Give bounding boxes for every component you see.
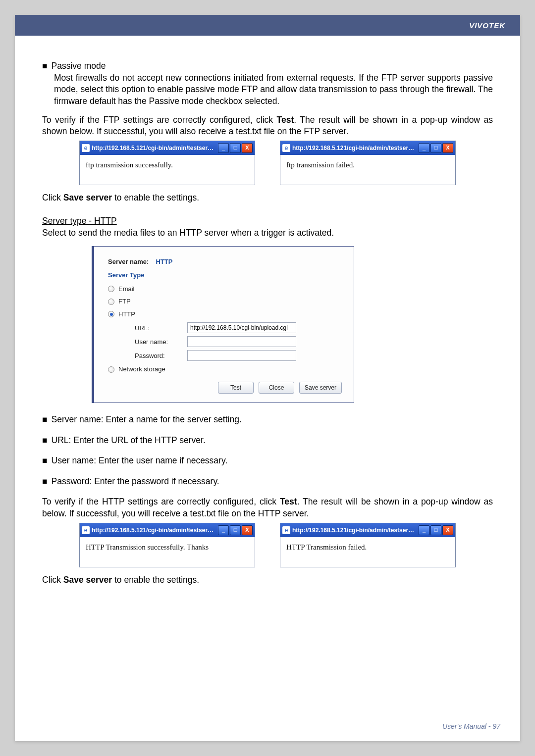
close-icon[interactable]: X xyxy=(442,525,453,535)
radio-ftp[interactable]: FTP xyxy=(108,297,342,306)
ftp-fail-message: ftp transmission failed. xyxy=(280,155,455,185)
radio-http[interactable]: HTTP xyxy=(108,310,342,319)
radio-icon xyxy=(108,311,114,317)
ie-icon: e xyxy=(282,526,290,534)
ie-icon: e xyxy=(282,144,290,152)
save-server-line-1: Click Save server to enable the settings… xyxy=(42,192,493,204)
minimize-icon[interactable]: _ xyxy=(419,525,429,535)
username-input[interactable] xyxy=(187,336,296,347)
ftp-fail-popup: e http://192.168.5.121/cgi-bin/admin/tes… xyxy=(280,141,456,185)
close-button[interactable]: Close xyxy=(259,382,294,394)
passive-mode-body: Most firewalls do not accept new connect… xyxy=(54,72,493,107)
bullet-username: ■ User name: Enter the user name if nece… xyxy=(42,455,493,467)
popup-title: http://192.168.5.121/cgi-bin/admin/tests… xyxy=(292,144,417,152)
http-success-message: HTTP Transmission successfully. Thanks xyxy=(80,537,255,567)
url-input[interactable] xyxy=(187,322,296,333)
header-band: VIVOTEK xyxy=(15,15,520,36)
popup-title: http://192.168.5.121/cgi-bin/admin/tests… xyxy=(292,526,417,534)
footer: User's Manual - 97 xyxy=(442,722,500,730)
radio-label-network-storage: Network storage xyxy=(118,365,165,374)
server-type-heading: Server Type xyxy=(108,271,342,280)
http-section-title: Server type - HTTP xyxy=(42,215,493,227)
passive-mode-title: Passive mode xyxy=(52,61,106,71)
popup-title: http://192.168.5.121/cgi-bin/admin/tests… xyxy=(92,144,216,152)
radio-email[interactable]: Email xyxy=(108,285,342,294)
ftp-success-message: ftp transmission successfully. xyxy=(80,155,255,185)
popup-title: http://192.168.5.121/cgi-bin/admin/tests… xyxy=(92,526,216,534)
minimize-icon[interactable]: _ xyxy=(419,143,429,153)
popup-titlebar: e http://192.168.5.121/cgi-bin/admin/tes… xyxy=(80,141,255,155)
popup-titlebar: e http://192.168.5.121/cgi-bin/admin/tes… xyxy=(80,523,255,537)
http-verify-paragraph: To verify if the HTTP settings are corre… xyxy=(42,496,493,519)
maximize-icon[interactable]: □ xyxy=(430,143,441,153)
server-name-label: Server name: xyxy=(108,257,149,266)
popup-titlebar: e http://192.168.5.121/cgi-bin/admin/tes… xyxy=(280,141,455,155)
radio-network-storage[interactable]: Network storage xyxy=(108,365,342,374)
bullet-url: ■ URL: Enter the URL of the HTTP server. xyxy=(42,435,493,447)
close-icon[interactable]: X xyxy=(442,143,453,153)
ftp-success-popup: e http://192.168.5.121/cgi-bin/admin/tes… xyxy=(79,141,255,185)
bullet-password: ■ Password: Enter the password if necess… xyxy=(42,476,493,488)
http-fail-popup: e http://192.168.5.121/cgi-bin/admin/tes… xyxy=(280,523,456,567)
bullet-icon: ■ xyxy=(42,455,48,467)
ftp-verify-paragraph: To verify if the FTP settings are correc… xyxy=(42,114,493,138)
ie-icon: e xyxy=(82,526,90,534)
url-label: URL: xyxy=(108,324,187,333)
maximize-icon[interactable]: □ xyxy=(230,143,241,153)
radio-label-ftp: FTP xyxy=(118,297,131,306)
minimize-icon[interactable]: _ xyxy=(218,525,229,535)
passive-mode-bullet: ■ Passive mode xyxy=(42,60,493,72)
http-success-popup: e http://192.168.5.121/cgi-bin/admin/tes… xyxy=(79,523,255,567)
minimize-icon[interactable]: _ xyxy=(218,143,229,153)
http-fail-message: HTTP Transmission failed. xyxy=(280,537,455,567)
bullet-icon: ■ xyxy=(42,60,48,72)
maximize-icon[interactable]: □ xyxy=(230,525,241,535)
radio-icon xyxy=(108,299,114,305)
username-label: User name: xyxy=(108,338,187,347)
save-server-button[interactable]: Save server xyxy=(299,382,342,394)
radio-icon xyxy=(108,366,114,373)
bullet-icon: ■ xyxy=(42,476,48,488)
brand-logo: VIVOTEK xyxy=(469,21,505,30)
radio-label-http: HTTP xyxy=(118,310,135,319)
bullet-icon: ■ xyxy=(42,414,48,426)
radio-icon xyxy=(108,286,114,292)
radio-label-email: Email xyxy=(118,285,135,294)
server-name-value: HTTP xyxy=(156,257,172,266)
close-icon[interactable]: X xyxy=(242,525,253,535)
bullet-server-name: ■ Server name: Enter a name for the serv… xyxy=(42,414,493,426)
test-button[interactable]: Test xyxy=(218,382,254,394)
popup-titlebar: e http://192.168.5.121/cgi-bin/admin/tes… xyxy=(280,523,455,537)
maximize-icon[interactable]: □ xyxy=(430,525,441,535)
password-input[interactable] xyxy=(187,350,296,361)
save-server-line-2: Click Save server to enable the settings… xyxy=(42,574,493,586)
ie-icon: e xyxy=(82,144,90,152)
http-config-form: Server name: HTTP Server Type Email FTP … xyxy=(92,246,354,403)
bullet-icon: ■ xyxy=(42,435,48,447)
http-section-desc: Select to send the media files to an HTT… xyxy=(42,227,493,239)
password-label: Password: xyxy=(108,352,187,360)
close-icon[interactable]: X xyxy=(242,143,253,153)
